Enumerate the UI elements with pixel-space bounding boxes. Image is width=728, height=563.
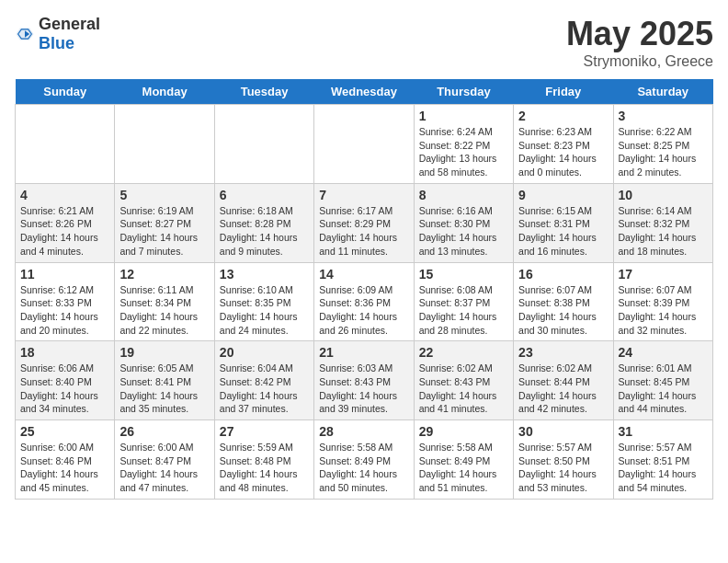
- cell-info: Sunrise: 6:10 AMSunset: 8:35 PMDaylight:…: [220, 283, 309, 338]
- calendar-cell: [115, 105, 214, 184]
- week-row-2: 4Sunrise: 6:21 AMSunset: 8:26 PMDaylight…: [16, 183, 713, 262]
- calendar-cell: 6Sunrise: 6:18 AMSunset: 8:28 PMDaylight…: [214, 183, 313, 262]
- date-number: 2: [518, 109, 608, 123]
- calendar-cell: 21Sunrise: 6:03 AMSunset: 8:43 PMDayligh…: [314, 341, 414, 420]
- cell-info: Sunrise: 6:15 AMSunset: 8:31 PMDaylight:…: [518, 204, 608, 259]
- cell-info: Sunrise: 5:58 AMSunset: 8:49 PMDaylight:…: [319, 441, 408, 495]
- calendar-cell: 28Sunrise: 5:58 AMSunset: 8:49 PMDayligh…: [314, 420, 414, 500]
- calendar-cell: 29Sunrise: 5:58 AMSunset: 8:49 PMDayligh…: [414, 420, 513, 500]
- cell-info: Sunrise: 6:05 AMSunset: 8:41 PMDaylight:…: [119, 362, 209, 416]
- calendar-cell: 26Sunrise: 6:00 AMSunset: 8:47 PMDayligh…: [115, 420, 214, 500]
- week-row-5: 25Sunrise: 6:00 AMSunset: 8:46 PMDayligh…: [16, 420, 713, 500]
- cell-info: Sunrise: 6:07 AMSunset: 8:38 PMDaylight:…: [518, 283, 608, 338]
- date-number: 3: [619, 109, 708, 123]
- cell-info: Sunrise: 6:02 AMSunset: 8:44 PMDaylight:…: [518, 362, 608, 416]
- date-number: 25: [20, 424, 109, 439]
- calendar-cell: 7Sunrise: 6:17 AMSunset: 8:29 PMDaylight…: [314, 183, 414, 262]
- cell-info: Sunrise: 5:57 AMSunset: 8:50 PMDaylight:…: [518, 441, 608, 495]
- cell-info: Sunrise: 6:04 AMSunset: 8:42 PMDaylight:…: [220, 362, 309, 416]
- cell-info: Sunrise: 6:11 AMSunset: 8:34 PMDaylight:…: [119, 283, 209, 338]
- cell-info: Sunrise: 6:07 AMSunset: 8:39 PMDaylight:…: [619, 283, 708, 338]
- calendar-title: May 2025: [566, 15, 713, 53]
- calendar-cell: 8Sunrise: 6:16 AMSunset: 8:30 PMDaylight…: [414, 183, 513, 262]
- day-header-saturday: Saturday: [613, 79, 712, 105]
- day-header-tuesday: Tuesday: [214, 79, 313, 105]
- date-number: 21: [319, 345, 408, 360]
- date-number: 6: [220, 188, 309, 202]
- week-row-4: 18Sunrise: 6:06 AMSunset: 8:40 PMDayligh…: [16, 341, 713, 420]
- cell-info: Sunrise: 6:22 AMSunset: 8:25 PMDaylight:…: [619, 125, 708, 179]
- date-number: 9: [518, 188, 608, 202]
- date-number: 10: [619, 188, 708, 202]
- calendar-cell: 4Sunrise: 6:21 AMSunset: 8:26 PMDaylight…: [16, 183, 115, 262]
- date-number: 24: [619, 345, 708, 360]
- calendar-cell: 15Sunrise: 6:08 AMSunset: 8:37 PMDayligh…: [414, 262, 513, 341]
- cell-info: Sunrise: 6:00 AMSunset: 8:46 PMDaylight:…: [20, 441, 109, 495]
- cell-info: Sunrise: 6:12 AMSunset: 8:33 PMDaylight:…: [20, 283, 109, 338]
- date-number: 11: [20, 267, 109, 282]
- cell-info: Sunrise: 6:23 AMSunset: 8:23 PMDaylight:…: [518, 125, 608, 179]
- calendar-cell: [214, 105, 313, 184]
- page-header: General Blue May 2025 Strymoniko, Greece: [15, 15, 713, 70]
- cell-info: Sunrise: 6:00 AMSunset: 8:47 PMDaylight:…: [119, 441, 209, 495]
- date-number: 29: [419, 424, 508, 439]
- cell-info: Sunrise: 6:09 AMSunset: 8:36 PMDaylight:…: [319, 283, 408, 338]
- week-row-1: 1Sunrise: 6:24 AMSunset: 8:22 PMDaylight…: [16, 105, 713, 184]
- logo-blue: Blue: [39, 34, 74, 52]
- calendar-cell: 19Sunrise: 6:05 AMSunset: 8:41 PMDayligh…: [115, 341, 214, 420]
- date-number: 28: [319, 424, 408, 439]
- cell-info: Sunrise: 6:17 AMSunset: 8:29 PMDaylight:…: [319, 204, 408, 259]
- date-number: 15: [419, 267, 508, 282]
- date-number: 12: [119, 267, 209, 282]
- week-row-3: 11Sunrise: 6:12 AMSunset: 8:33 PMDayligh…: [16, 262, 713, 341]
- calendar-cell: 27Sunrise: 5:59 AMSunset: 8:48 PMDayligh…: [214, 420, 313, 500]
- cell-info: Sunrise: 5:57 AMSunset: 8:51 PMDaylight:…: [619, 441, 708, 495]
- calendar-cell: 9Sunrise: 6:15 AMSunset: 8:31 PMDaylight…: [514, 183, 613, 262]
- date-number: 30: [518, 424, 608, 439]
- cell-info: Sunrise: 6:18 AMSunset: 8:28 PMDaylight:…: [220, 204, 309, 259]
- cell-info: Sunrise: 6:02 AMSunset: 8:43 PMDaylight:…: [419, 362, 508, 416]
- date-number: 31: [619, 424, 708, 439]
- date-number: 14: [319, 267, 408, 282]
- cell-info: Sunrise: 6:24 AMSunset: 8:22 PMDaylight:…: [419, 125, 508, 179]
- calendar-cell: 24Sunrise: 6:01 AMSunset: 8:45 PMDayligh…: [613, 341, 712, 420]
- date-number: 13: [220, 267, 309, 282]
- calendar-cell: 16Sunrise: 6:07 AMSunset: 8:38 PMDayligh…: [514, 262, 613, 341]
- calendar-cell: 31Sunrise: 5:57 AMSunset: 8:51 PMDayligh…: [613, 420, 712, 500]
- date-number: 1: [419, 109, 508, 123]
- logo-general: General: [39, 15, 100, 33]
- calendar-cell: 5Sunrise: 6:19 AMSunset: 8:27 PMDaylight…: [115, 183, 214, 262]
- day-header-friday: Friday: [514, 79, 613, 105]
- calendar-cell: 14Sunrise: 6:09 AMSunset: 8:36 PMDayligh…: [314, 262, 414, 341]
- cell-info: Sunrise: 6:21 AMSunset: 8:26 PMDaylight:…: [20, 204, 109, 259]
- calendar-cell: 13Sunrise: 6:10 AMSunset: 8:35 PMDayligh…: [214, 262, 313, 341]
- calendar-cell: 18Sunrise: 6:06 AMSunset: 8:40 PMDayligh…: [16, 341, 115, 420]
- day-headers-row: SundayMondayTuesdayWednesdayThursdayFrid…: [16, 79, 713, 105]
- calendar-cell: 12Sunrise: 6:11 AMSunset: 8:34 PMDayligh…: [115, 262, 214, 341]
- date-number: 17: [619, 267, 708, 282]
- cell-info: Sunrise: 6:19 AMSunset: 8:27 PMDaylight:…: [119, 204, 209, 259]
- calendar-cell: 10Sunrise: 6:14 AMSunset: 8:32 PMDayligh…: [613, 183, 712, 262]
- cell-info: Sunrise: 5:59 AMSunset: 8:48 PMDaylight:…: [220, 441, 309, 495]
- calendar-cell: 3Sunrise: 6:22 AMSunset: 8:25 PMDaylight…: [613, 105, 712, 184]
- calendar-cell: 22Sunrise: 6:02 AMSunset: 8:43 PMDayligh…: [414, 341, 513, 420]
- cell-info: Sunrise: 6:03 AMSunset: 8:43 PMDaylight:…: [319, 362, 408, 416]
- date-number: 8: [419, 188, 508, 202]
- day-header-sunday: Sunday: [16, 79, 115, 105]
- calendar-cell: 2Sunrise: 6:23 AMSunset: 8:23 PMDaylight…: [514, 105, 613, 184]
- title-block: May 2025 Strymoniko, Greece: [566, 15, 713, 70]
- calendar-cell: 11Sunrise: 6:12 AMSunset: 8:33 PMDayligh…: [16, 262, 115, 341]
- date-number: 22: [419, 345, 508, 360]
- date-number: 18: [20, 345, 109, 360]
- date-number: 26: [119, 424, 209, 439]
- date-number: 16: [518, 267, 608, 282]
- logo: General Blue: [15, 15, 100, 53]
- date-number: 5: [119, 188, 209, 202]
- day-header-monday: Monday: [115, 79, 214, 105]
- cell-info: Sunrise: 6:06 AMSunset: 8:40 PMDaylight:…: [20, 362, 109, 416]
- date-number: 27: [220, 424, 309, 439]
- day-header-wednesday: Wednesday: [314, 79, 414, 105]
- calendar-cell: 1Sunrise: 6:24 AMSunset: 8:22 PMDaylight…: [414, 105, 513, 184]
- cell-info: Sunrise: 6:08 AMSunset: 8:37 PMDaylight:…: [419, 283, 508, 338]
- date-number: 23: [518, 345, 608, 360]
